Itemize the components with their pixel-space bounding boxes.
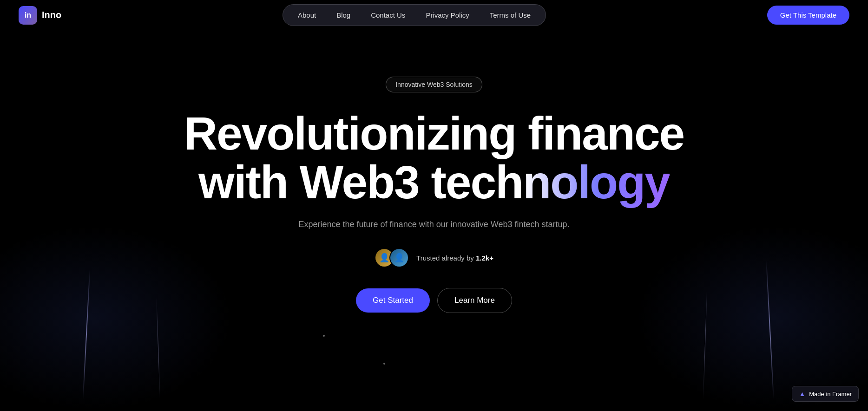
avatar-2: 👤 xyxy=(389,248,409,267)
nav-terms[interactable]: Terms of Use xyxy=(480,7,541,23)
learn-more-button[interactable]: Learn More xyxy=(437,288,512,313)
dot-decoration-1 xyxy=(323,335,325,337)
framer-label: Made in Framer xyxy=(809,391,852,398)
hero-subtitle: Experience the future of finance with ou… xyxy=(298,220,569,229)
framer-icon: ▲ xyxy=(799,390,805,398)
cta-buttons: Get Started Learn More xyxy=(356,288,512,313)
hero-section: Innovative Web3 Solutions Revolutionizin… xyxy=(0,30,868,313)
nav-about[interactable]: About xyxy=(288,7,326,23)
nav-contact[interactable]: Contact Us xyxy=(361,7,415,23)
nav-privacy[interactable]: Privacy Policy xyxy=(415,7,479,23)
logo[interactable]: in Inno xyxy=(19,6,61,25)
framer-badge[interactable]: ▲ Made in Framer xyxy=(792,386,859,402)
hero-title-line1: Revolutionizing finance xyxy=(184,109,684,158)
trust-text: Trusted already by 1.2k+ xyxy=(416,254,493,262)
get-started-button[interactable]: Get Started xyxy=(356,288,430,313)
hero-badge: Innovative Web3 Solutions xyxy=(386,77,482,92)
nav-links: About Blog Contact Us Privacy Policy Ter… xyxy=(283,4,546,26)
dot-decoration-2 xyxy=(383,363,385,365)
hero-title-line2: with Web3 technology xyxy=(184,158,684,207)
get-template-button[interactable]: Get This Template xyxy=(767,6,849,25)
hero-title-line2-gradient: nology xyxy=(523,156,670,208)
avatar-stack: 👤 👤 xyxy=(375,248,409,267)
trust-row: 👤 👤 Trusted already by 1.2k+ xyxy=(375,248,493,267)
logo-text: Inno xyxy=(42,10,61,20)
nav-blog[interactable]: Blog xyxy=(326,7,361,23)
hero-title-line2-white: with Web3 tech xyxy=(198,156,523,208)
hero-title: Revolutionizing finance with Web3 techno… xyxy=(184,109,684,207)
logo-icon: in xyxy=(19,6,37,25)
navbar: in Inno About Blog Contact Us Privacy Po… xyxy=(0,0,868,30)
